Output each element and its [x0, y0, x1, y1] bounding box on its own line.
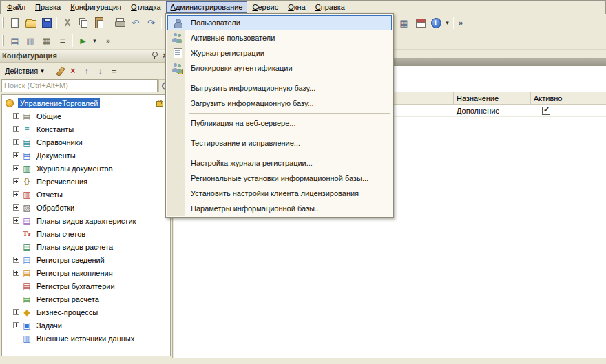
paste-button[interactable] — [91, 15, 107, 30]
tree-item-reports[interactable]: Отчеты — [2, 188, 170, 201]
move-up-icon[interactable] — [80, 64, 94, 78]
redo-button[interactable] — [143, 15, 159, 30]
toolbar-overflow-button[interactable] — [456, 15, 466, 30]
expand-icon[interactable] — [13, 309, 19, 315]
tree-item-accounting-registers[interactable]: Регистры бухгалтерии — [2, 279, 170, 292]
list-button[interactable] — [54, 33, 70, 48]
expand-icon[interactable] — [13, 126, 19, 132]
toolbar-overflow-button[interactable] — [103, 33, 113, 48]
window-panel-button[interactable] — [7, 33, 23, 48]
constants-icon — [22, 125, 32, 134]
menubar-item-service[interactable]: Сервис — [247, 1, 283, 13]
tree-item-enumerations[interactable]: Перечисления — [2, 175, 170, 188]
tree-item-label: Регистры расчета — [34, 295, 101, 304]
menubar-item-configuration[interactable]: Конфигурация — [65, 1, 126, 13]
info-dropdown-caret-icon[interactable] — [443, 15, 451, 30]
menu-item-dump-infobase[interactable]: Выгрузить информационную базу... — [167, 81, 392, 96]
menubar-item-debug[interactable]: Отладка — [126, 1, 166, 13]
active-checkbox[interactable] — [542, 107, 550, 115]
window-split-button[interactable] — [23, 33, 39, 48]
menubar-item-file[interactable]: Файл — [2, 1, 30, 13]
tree-item-calculation-types[interactable]: Планы видов расчета — [2, 240, 170, 253]
tree-item-calculation-registers[interactable]: Регистры расчета — [2, 292, 170, 306]
save-button[interactable] — [39, 15, 54, 30]
menu-item-restore-infobase[interactable]: Загрузить информационную базу... — [167, 96, 392, 111]
menu-item-licensing-client-settings[interactable]: Установить настройки клиента лицензирова… — [167, 186, 392, 201]
expand-icon[interactable] — [13, 191, 19, 197]
toolbar-grip[interactable] — [2, 35, 4, 46]
toolbar-grip[interactable] — [2, 17, 4, 28]
cut-button[interactable] — [59, 15, 75, 30]
new-document-button[interactable] — [7, 15, 23, 30]
expand-icon[interactable] — [13, 152, 19, 158]
tree-item-charts-of-accounts[interactable]: Планы счетов — [2, 227, 170, 240]
menubar-item-help[interactable]: Справка — [311, 1, 350, 13]
menu-item-web-publish[interactable]: Публикация на веб-сервере... — [167, 116, 392, 131]
menu-item-label: Загрузить информационную базу... — [191, 99, 314, 107]
expand-icon[interactable] — [13, 270, 19, 276]
column-header-naznachenie[interactable]: Назначение — [454, 92, 531, 104]
column-header-aktivno[interactable]: Активно — [531, 92, 598, 104]
expand-icon[interactable] — [13, 322, 19, 328]
tree-item-documents[interactable]: Документы — [2, 149, 170, 162]
expand-icon[interactable] — [13, 165, 19, 171]
actions-menu-button[interactable]: Действия ▾ — [1, 65, 48, 76]
tree-item-characteristic-types[interactable]: Планы видов характеристик — [2, 214, 170, 227]
tree-item-root[interactable]: УправлениеТорговлей — [2, 96, 170, 109]
menu-item-active-users[interactable]: Активные пользователи — [167, 30, 392, 45]
tasks-icon — [22, 321, 32, 330]
tree-item-tasks[interactable]: Задачи — [2, 319, 170, 332]
expand-icon[interactable] — [13, 257, 19, 263]
pin-icon[interactable] — [149, 51, 160, 61]
menu-item-log-settings[interactable]: Настройка журнала регистрации... — [167, 156, 392, 171]
move-down-icon[interactable] — [94, 64, 107, 78]
tree-item-label: Отчеты — [34, 190, 65, 200]
info-button[interactable] — [428, 15, 443, 30]
menubar-item-windows[interactable]: Окна — [283, 1, 311, 13]
status-bar — [0, 358, 606, 364]
expand-icon[interactable] — [13, 204, 19, 211]
menu-item-registration-log[interactable]: Журнал регистрации — [167, 45, 392, 61]
tree-item-label: Регистры сведений — [34, 255, 107, 265]
menubar-item-edit[interactable]: Правка — [30, 1, 65, 13]
copy-button[interactable] — [75, 15, 91, 30]
lock-icon — [156, 99, 162, 107]
tree-item-common[interactable]: Общие — [2, 109, 170, 122]
edit-icon[interactable] — [52, 64, 66, 78]
expand-icon[interactable] — [13, 217, 19, 224]
sort-icon[interactable] — [107, 64, 121, 78]
characteristic-types-icon — [22, 216, 32, 226]
start-debugging-button[interactable] — [75, 33, 91, 48]
tree-item-document-journals[interactable]: Журналы документов — [2, 162, 170, 175]
undo-button[interactable] — [127, 15, 143, 30]
delete-icon[interactable] — [66, 64, 80, 78]
tree-item-data-processors[interactable]: Обработки — [2, 201, 170, 214]
auth-lock-icon — [171, 63, 182, 74]
tree-item-constants[interactable]: Константы — [2, 122, 170, 136]
menu-item-users[interactable]: Пользователи — [167, 15, 392, 30]
debug-dropdown-caret-icon[interactable] — [91, 33, 98, 48]
tree-item-accumulation-registers[interactable]: Регистры накопления — [2, 266, 170, 279]
menubar-item-administration[interactable]: Администрирование — [166, 1, 248, 13]
chevron-down-icon: ▾ — [41, 67, 44, 74]
menu-item-regional-settings[interactable]: Региональные установки информационной ба… — [167, 171, 392, 186]
calendar-button[interactable] — [412, 15, 428, 30]
search-input[interactable] — [1, 79, 158, 92]
expand-icon[interactable] — [13, 113, 19, 119]
journal-icon — [171, 47, 182, 58]
open-button[interactable] — [23, 15, 39, 30]
tree-item-business-processes[interactable]: Бизнес-процессы — [2, 306, 170, 319]
expand-icon[interactable] — [13, 178, 19, 184]
calculator-button[interactable] — [396, 15, 412, 30]
tree-item-catalogs[interactable]: Справочники — [2, 136, 170, 149]
menu-item-auth-locks[interactable]: Блокировки аутентификации — [167, 61, 392, 76]
toolbar-separator — [453, 17, 454, 29]
menu-item-infobase-parameters[interactable]: Параметры информационной базы... — [167, 201, 392, 216]
grid-button[interactable] — [39, 33, 54, 48]
expand-icon[interactable] — [13, 139, 19, 145]
print-button[interactable] — [112, 15, 127, 30]
menu-item-test-and-repair[interactable]: Тестирование и исправление... — [167, 136, 392, 151]
information-registers-icon — [22, 255, 32, 265]
tree-item-information-registers[interactable]: Регистры сведений — [2, 253, 170, 266]
tree-item-external-data-sources[interactable]: Внешние источники данных — [2, 332, 170, 345]
